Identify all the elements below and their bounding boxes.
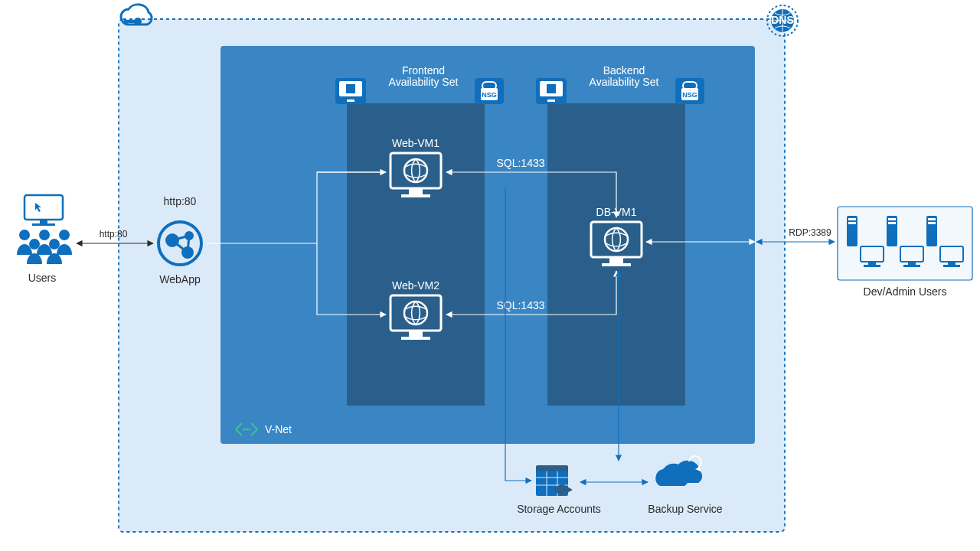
svg-rect-55	[888, 222, 896, 224]
sql-top-label: SQL:1433	[496, 157, 544, 169]
nsg-icon: NSG	[675, 78, 704, 104]
svg-rect-61	[928, 222, 936, 224]
nsg-icon: NSG	[475, 78, 504, 104]
svg-rect-48	[848, 218, 856, 220]
dev-admin-box	[838, 207, 972, 280]
svg-rect-26	[409, 331, 423, 337]
svg-point-39	[29, 239, 40, 249]
svg-rect-63	[948, 262, 956, 265]
availability-set-icon	[536, 78, 567, 104]
storage-accounts-icon	[536, 465, 573, 496]
http80-right-label: http:80	[164, 195, 197, 207]
backup-label: Backup Service	[648, 503, 722, 515]
svg-rect-17	[547, 99, 555, 102]
svg-rect-9	[346, 84, 355, 93]
svg-rect-33	[24, 195, 63, 220]
svg-rect-16	[547, 84, 556, 93]
svg-point-36	[19, 230, 30, 240]
svg-point-37	[39, 230, 50, 240]
svg-point-40	[49, 239, 60, 249]
web-vm2-label: Web-VM2	[392, 279, 439, 292]
svg-rect-64	[943, 265, 960, 267]
svg-rect-57	[908, 262, 916, 265]
rdp-label: RDP:3389	[789, 227, 831, 238]
availability-set-icon	[335, 78, 366, 104]
svg-point-5	[246, 428, 248, 430]
svg-rect-35	[32, 223, 55, 226]
svg-rect-52	[864, 265, 880, 267]
svg-point-4	[243, 428, 245, 430]
nsg-label: NSG	[482, 91, 497, 99]
dev-admin-label: Dev/Admin Users	[864, 285, 947, 298]
backend-availability-set	[547, 103, 685, 406]
svg-rect-31	[602, 263, 631, 266]
svg-rect-34	[40, 220, 47, 223]
svg-point-38	[59, 230, 70, 240]
svg-rect-46	[536, 465, 568, 471]
nsg-label: NSG	[682, 91, 697, 99]
svg-rect-58	[903, 265, 920, 267]
svg-rect-1	[124, 20, 135, 23]
http80-left-label: http:80	[100, 229, 128, 240]
svg-point-0	[134, 18, 142, 25]
svg-rect-22	[409, 188, 423, 194]
svg-rect-51	[868, 262, 876, 265]
users-label: Users	[28, 272, 57, 284]
web-vm1-label: Web-VM1	[392, 137, 439, 149]
users-icon	[17, 195, 72, 264]
svg-rect-49	[848, 222, 856, 224]
vnet-label: V-Net	[265, 423, 292, 435]
dns-icon: DNS	[767, 5, 798, 36]
sql-bot-label: SQL:1433	[496, 299, 544, 311]
svg-point-6	[248, 428, 250, 430]
svg-rect-54	[888, 218, 896, 220]
svg-rect-23	[401, 194, 430, 197]
webapp-label: WebApp	[159, 273, 201, 285]
svg-rect-27	[401, 337, 430, 340]
svg-rect-10	[347, 99, 354, 102]
dns-label: DNS	[771, 14, 794, 26]
svg-rect-60	[928, 218, 936, 220]
svg-rect-30	[609, 257, 623, 263]
storage-label: Storage Accounts	[517, 503, 601, 515]
